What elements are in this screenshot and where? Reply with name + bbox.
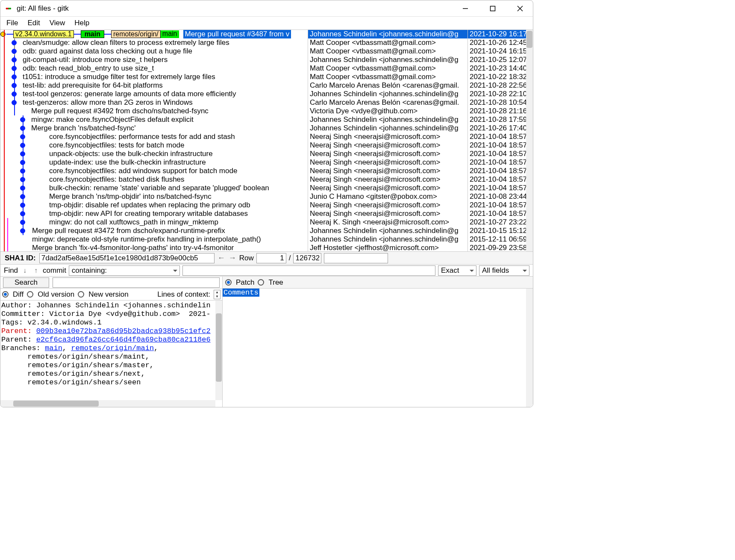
commit-author: Neeraj Singh <neerajsi@microsoft.com> [308,133,467,141]
commit-date: 2021-10-04 18:57 [468,150,527,158]
commit-date: 2021-10-04 18:57 [468,175,527,184]
lower-pane: Search Diff Old version New version Line… [0,277,533,407]
menu-edit[interactable]: Edit [27,19,40,27]
find-input[interactable] [182,265,435,276]
commit-row[interactable]: test-tool genzeros: generate large amoun… [0,90,308,98]
file-list-scrollbar[interactable] [526,289,533,407]
commit-row[interactable]: unpack-objects: use the bulk-checkin inf… [0,150,308,158]
diff-radio[interactable] [2,291,9,298]
commit-row[interactable]: git-compat-util: introduce more size_t h… [0,56,308,64]
find-match-select[interactable]: Exact [438,265,476,276]
commit-row[interactable]: test-genzeros: allow more than 2G zeros … [0,98,308,107]
oldversion-radio[interactable] [27,291,33,298]
find-row: Find ↓ ↑ commit containing: Exact All fi… [0,265,533,277]
commit-row[interactable]: odb: guard against data loss checking ou… [0,47,308,56]
menu-view[interactable]: View [50,19,65,27]
find-mode: commit [43,266,66,275]
commit-row[interactable]: core.fsyncobjectfiles: batched disk flus… [0,175,308,184]
commit-date: 2021-10-04 18:57 [468,167,527,175]
commit-author: Victoria Dye <vdye@github.com> [308,107,467,115]
commit-row[interactable]: Merge branch 'ns/tmp-objdir' into ns/bat… [0,192,308,201]
commit-row[interactable]: bulk-checkin: rename 'state' variable an… [0,184,308,192]
commit-date: 2021-10-24 16:15 [468,47,527,56]
find-type-select[interactable]: containing: [69,265,180,276]
search-row: Search [0,277,222,289]
patch-radio[interactable] [225,279,232,286]
commit-scrollbar[interactable] [526,30,533,251]
commit-row[interactable]: mingw: make core.fsyncObjectFiles defaul… [0,115,308,124]
commit-author: Matt Cooper <vtbassmatt@gmail.com> [308,47,467,56]
search-button[interactable]: Search [3,277,49,288]
sha-row: SHA1 ID: ← → Row / [0,252,533,265]
commit-author: Matt Cooper <vtbassmatt@gmail.com> [308,38,467,47]
status-box [324,253,388,263]
commit-date: 2021-10-27 23:22 [468,218,527,227]
commit-row[interactable]: update-index: use the bulk-checkin infra… [0,158,308,167]
newversion-radio[interactable] [78,291,84,298]
commit-date: 2021-10-28 22:56 [468,81,527,90]
menu-file[interactable]: File [6,19,18,27]
commit-row[interactable]: t1051: introduce a smudge filter test fo… [0,73,308,81]
commit-row[interactable]: core.fsyncobjectfiles: tests for batch m… [0,141,308,150]
file-list[interactable]: Comments [223,289,533,407]
find-next-button[interactable]: ↓ [21,267,29,274]
diff-scrollbar-v[interactable] [215,301,222,400]
minimize-button[interactable] [458,6,473,12]
titlebar: •••• git: All files - gitk [0,0,533,17]
tree-radio[interactable] [258,279,264,286]
commit-row[interactable]: tmp-objdir: new API for creating tempora… [0,209,308,218]
commit-date: 2021-10-04 18:57 [468,184,527,192]
find-prev-button[interactable]: ↑ [32,267,40,274]
sha-label: SHA1 ID: [5,254,36,262]
commit-row[interactable]: Merge branch 'fix-v4-fsmonitor-long-path… [0,244,308,252]
sha-input[interactable] [39,253,215,263]
maximize-button[interactable] [485,6,500,12]
commit-row[interactable]: core.fsyncobjectfiles: performance tests… [0,133,308,141]
commit-author: Johannes Schindelin <johannes.schindelin… [308,30,467,38]
patch-tree-row: Patch Tree [223,277,533,289]
diff-text[interactable]: Author: Johannes Schindelin <johannes.sc… [0,301,222,407]
commit-row[interactable]: Merge pull request #3492 from dscho/ns/b… [0,107,308,115]
commit-date: 2021-10-26 12:45 [468,38,527,47]
menubar: File Edit View Help [0,17,533,29]
branch-main-link[interactable]: main [45,344,62,352]
commit-row[interactable]: odb: teach read_blob_entry to use size_t [0,64,308,73]
nav-back-button[interactable]: ← [217,253,226,262]
commit-row[interactable]: test-lib: add prerequisite for 64-bit pl… [0,81,308,90]
branch-remote-link[interactable]: remotes/origin/main [71,344,154,352]
parent2-link[interactable]: e2cf6ca3d96fa26cc646d4f0a69cba80ca2118e6 [36,336,211,344]
commit-author: Johannes Schindelin <johannes.schindelin… [308,90,467,98]
commit-date: 2021-10-29 16:17 [468,30,527,38]
commit-row[interactable]: Merge pull request #3472 from dscho/expa… [0,227,308,235]
row-label: Row [239,254,254,262]
commit-row[interactable]: clean/smudge: allow clean filters to pro… [0,38,308,47]
commit-row[interactable]: tmp-objdir: disable ref updates when rep… [0,201,308,209]
commit-row[interactable]: v2.34.0.windows.1mainremotes/origin/main… [0,30,308,38]
search-input[interactable] [53,277,220,288]
commit-author: Johannes Schindelin <johannes.schindelin… [308,227,467,235]
row-current-input[interactable] [256,253,286,263]
app-window: •••• git: All files - gitk File Edit Vie… [0,0,533,407]
commit-row[interactable]: mingw: do not call xutftowcs_path in min… [0,218,308,227]
commit-row[interactable]: Merge branch 'ns/batched-fsync' [0,124,308,133]
window-controls [458,6,528,12]
lines-of-context-label: Lines of context: [157,290,210,299]
commit-date: 2021-10-28 10:54 [468,98,527,107]
app-icon: •••• [6,5,14,12]
commit-author: Johannes Schindelin <johannes.schindelin… [308,115,467,124]
lines-of-context-spinner[interactable]: ▲▼ [214,290,220,299]
commit-row[interactable]: core.fsyncobjectfiles: add windows suppo… [0,167,308,175]
commit-date: 2021-10-04 18:57 [468,201,527,209]
commit-row[interactable]: mingw: deprecate old-style runtime-prefi… [0,235,308,244]
row-total [293,253,321,263]
parent1-link[interactable]: 009b3ea10e72ba7a86d95b2badca938b95c1efc2 [36,327,211,335]
commit-list[interactable]: v2.34.0.windows.1mainremotes/origin/main… [0,29,533,252]
diff-scrollbar-h[interactable] [0,400,215,407]
menu-help[interactable]: Help [74,19,89,27]
diff-pane: Search Diff Old version New version Line… [0,277,223,407]
commit-author: Neeraj K. Singh <neerajsi@microsoft.com> [308,218,467,227]
find-fields-select[interactable]: All fields [479,265,529,276]
close-button[interactable] [512,6,528,12]
nav-forward-button[interactable]: → [228,253,237,262]
commit-date: 2021-10-04 18:57 [468,141,527,150]
